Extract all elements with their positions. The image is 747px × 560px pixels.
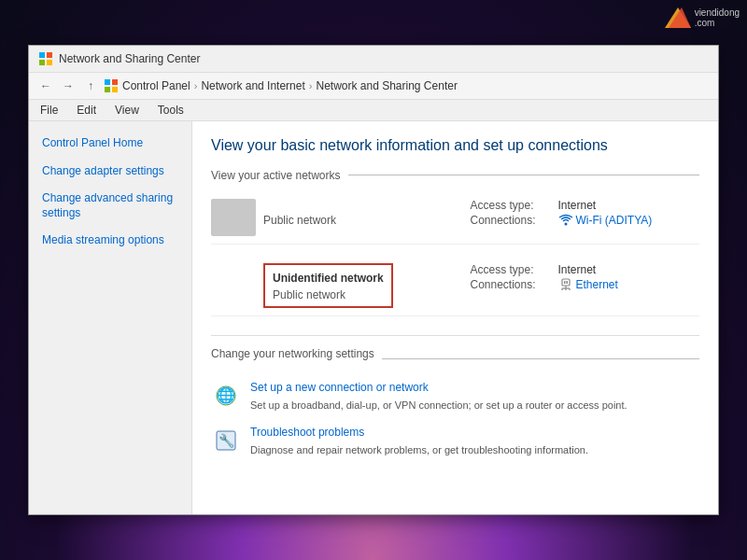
ethernet-access-value: Internet: [558, 263, 597, 276]
new-connection-link[interactable]: Set up a new connection or network: [250, 381, 627, 394]
svg-text:🌐: 🌐: [217, 386, 235, 404]
brand-logo-icon: [665, 7, 691, 28]
ethernet-network-details: Access type: Internet Connections:: [471, 263, 700, 291]
wifi-connection-name: Wi-Fi (ADITYA): [576, 214, 653, 227]
up-button[interactable]: ↑: [81, 77, 100, 95]
menu-tools[interactable]: Tools: [154, 102, 188, 119]
svg-rect-11: [562, 279, 570, 286]
window-title: Network and Sharing Center: [59, 52, 200, 65]
ethernet-connection-link[interactable]: Ethernet: [558, 278, 618, 291]
ethernet-network-info: Unidentified network Public network: [263, 263, 393, 308]
svg-rect-4: [39, 60, 45, 65]
new-connection-icon: 🌐: [211, 381, 241, 411]
svg-point-10: [564, 222, 567, 225]
wifi-connections-row: Connections: Wi-Fi (ADI: [471, 214, 700, 227]
wifi-network-row: Public network Access type: Internet Con…: [211, 191, 699, 245]
sidebar-item-media[interactable]: Media streaming options: [36, 230, 184, 252]
address-path: Control Panel › Network and Internet › N…: [122, 79, 711, 92]
wifi-icon: [558, 214, 573, 227]
wifi-access-value: Internet: [558, 199, 597, 212]
svg-rect-2: [39, 52, 45, 58]
ethernet-connections-label: Connections:: [471, 278, 555, 291]
active-networks-label: View your active networks: [211, 169, 341, 182]
settings-section-label: Change your networking settings: [211, 347, 374, 360]
sidebar-item-home[interactable]: Control Panel Home: [36, 133, 184, 155]
menu-view[interactable]: View: [111, 102, 143, 119]
settings-item-troubleshoot: 🔧 Troubleshoot problems Diagnose and rep…: [211, 426, 699, 457]
back-button[interactable]: ←: [36, 77, 55, 95]
main-panel: View your basic network information and …: [192, 121, 718, 514]
brand-name: viendidong .com: [695, 7, 740, 28]
address-bar-icon: [104, 78, 119, 93]
new-connection-content: Set up a new connection or network Set u…: [250, 381, 627, 413]
sidebar-item-advanced[interactable]: Change advanced sharing settings: [36, 188, 184, 224]
address-bar: ← → ↑ Control Panel › Network and Intern…: [29, 73, 718, 100]
title-bar: Network and Sharing Center: [29, 46, 718, 73]
svg-rect-12: [564, 281, 566, 284]
svg-rect-3: [47, 52, 52, 58]
troubleshoot-link[interactable]: Troubleshoot problems: [250, 426, 588, 439]
wifi-access-type-row: Access type: Internet: [471, 199, 700, 212]
ethernet-network-row: Unidentified network Public network Acce…: [211, 256, 699, 316]
settings-section: Change your networking settings 🌐 Set up…: [211, 335, 699, 457]
svg-rect-8: [105, 87, 110, 92]
wifi-network-name: [263, 199, 336, 212]
wifi-network-type: Public network: [263, 214, 336, 227]
wifi-network-details: Access type: Internet Connections:: [471, 199, 700, 227]
ethernet-icon: [558, 278, 573, 291]
svg-rect-6: [105, 79, 110, 85]
troubleshoot-content: Troubleshoot problems Diagnose and repai…: [250, 426, 588, 457]
ethernet-access-label: Access type:: [471, 263, 555, 276]
ethernet-network-type: Public network: [273, 288, 345, 301]
menu-edit[interactable]: Edit: [73, 102, 100, 119]
troubleshoot-icon: 🔧: [211, 426, 241, 455]
active-networks-header: View your active networks: [211, 169, 699, 182]
svg-rect-5: [47, 60, 52, 65]
content-area: Control Panel Home Change adapter settin…: [29, 121, 718, 514]
section-divider-line: [348, 175, 699, 175]
wifi-network-icon: [211, 199, 256, 236]
settings-item-new-connection: 🌐 Set up a new connection or network Set…: [211, 381, 699, 413]
path-control-panel[interactable]: Control Panel: [122, 79, 190, 92]
menu-file[interactable]: File: [36, 102, 62, 119]
window-icon: [38, 51, 53, 66]
wifi-network-info: Public network: [263, 199, 336, 227]
ethernet-network-highlighted-box: Unidentified network Public network: [263, 263, 393, 308]
menu-bar: File Edit View Tools: [29, 100, 718, 121]
wifi-access-label: Access type:: [471, 199, 555, 212]
ethernet-connections-row: Connections:: [471, 278, 700, 291]
ethernet-connection-name: Ethernet: [576, 278, 618, 291]
page-title: View your basic network information and …: [211, 136, 699, 156]
wifi-connection-link[interactable]: Wi-Fi (ADITYA): [558, 214, 653, 227]
settings-divider-line: [382, 358, 699, 359]
wifi-connections-label: Connections:: [471, 214, 555, 227]
networks-container: Public network Access type: Internet Con…: [211, 191, 699, 316]
sidebar-item-adapter[interactable]: Change adapter settings: [36, 161, 184, 183]
path-network-sharing[interactable]: Network and Sharing Center: [316, 79, 457, 92]
troubleshoot-desc: Diagnose and repair network problems, or…: [250, 444, 588, 455]
sidebar: Control Panel Home Change adapter settin…: [29, 121, 192, 514]
svg-text:🔧: 🔧: [218, 433, 235, 449]
ethernet-access-type-row: Access type: Internet: [471, 263, 700, 276]
svg-rect-9: [112, 87, 118, 92]
svg-rect-7: [112, 79, 118, 85]
brand-badge: viendidong .com: [665, 7, 740, 28]
forward-button[interactable]: →: [59, 77, 78, 95]
ethernet-network-name: Unidentified network: [273, 272, 384, 285]
new-connection-desc: Set up a broadband, dial-up, or VPN conn…: [250, 399, 627, 411]
main-window: Network and Sharing Center ← → ↑ Control…: [28, 45, 719, 515]
settings-section-header: Change your networking settings: [211, 347, 699, 371]
svg-rect-13: [566, 281, 568, 284]
path-network-internet[interactable]: Network and Internet: [201, 79, 304, 92]
